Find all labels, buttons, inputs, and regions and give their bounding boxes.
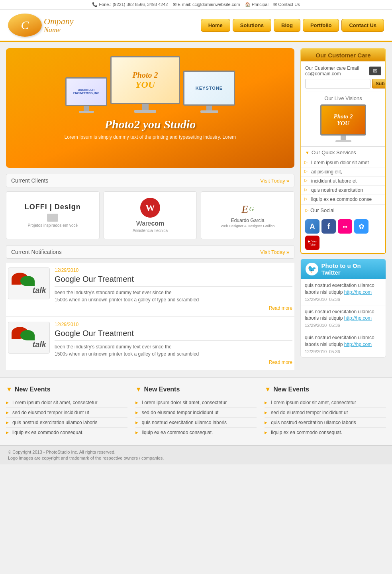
footer-chevron-3: ▼ (265, 386, 271, 393)
tweet-text-1: quis nostrud exercitation ullamco labori… (305, 282, 382, 296)
tweet-link-1[interactable]: http://hp.com (344, 289, 372, 295)
tweet-link-2[interactable]: http://hp.com (344, 315, 372, 321)
social-chevron: ▷ (305, 208, 308, 213)
quick-services-header[interactable]: ▼ Our Quick Services (301, 146, 385, 158)
quick-services-list: ▷ Lorem ipsum dolor sit amet ▷ adipisici… (301, 158, 385, 204)
service-item-5: ▷ liquip ex ea commodo conse (301, 195, 385, 204)
nav-solutions[interactable]: Solutions (233, 19, 271, 32)
notif-read-more-2[interactable]: Read more (269, 360, 292, 365)
notif-date-2: 12/29/2010 (55, 322, 292, 327)
notif-text-1: been the industry's standard dummy text … (55, 289, 292, 303)
email-text: E-mail: cc@domainwebsite.com (178, 2, 240, 7)
nav-portfolio[interactable]: Portfolio (303, 19, 339, 32)
notif-date-1: 12/29/2010 (55, 267, 292, 273)
logo-oval: C (8, 14, 42, 37)
monitor-center-logo: Photo 2YOU (133, 71, 158, 90)
logo: C Ompany Name (8, 14, 96, 37)
subscribe-input[interactable] (305, 79, 370, 88)
tweet-date-3: 12/29/2010 05:36 (305, 349, 382, 354)
logo-icon-text: C (21, 19, 29, 31)
divider (305, 92, 381, 92)
clients-title: Current Clients (11, 177, 48, 184)
footer-list-item: ▶Lorem ipsum dolor sit amet, consectetur (135, 398, 257, 408)
clients-visit-label: Visit Today (260, 178, 285, 184)
tweet-1: quis nostrud exercitation ullamco labori… (301, 279, 386, 305)
facebook-icon[interactable]: f (321, 219, 336, 234)
notif-title-1: Google Our Treatment (55, 275, 292, 284)
footer-col-1-title: ▼ New Events (6, 386, 127, 393)
tweet-text-3: quis nostrud exercitation ullamco labori… (305, 334, 382, 348)
hero-subtitle: Lorem Ipsum is simply dummy text of the … (14, 134, 286, 140)
logo-line1: Ompany (44, 17, 74, 26)
loffi-logo: LOFFI | Design (25, 203, 81, 211)
warecom-circle: W (140, 198, 160, 218)
hero-title: Photo2 you Studio (14, 118, 286, 131)
footer-chevron-2: ▼ (135, 386, 142, 393)
delicious-icon[interactable]: ✿ (354, 219, 368, 234)
flickr-icon[interactable]: ●● (338, 219, 352, 234)
eg-sub: Web Designer & Designer Gráfico (221, 224, 274, 228)
tweet-date-2: 12/29/2010 05:36 (305, 323, 382, 328)
phone-icon: 📞 (92, 2, 98, 7)
footer-list-item: ▶Lorem ipsum dolor sit amet, consectetur (6, 398, 127, 408)
envelope-icon: ✉ (369, 67, 381, 75)
notif-visit-link[interactable]: Visit Today » (260, 249, 289, 255)
footer-list-2: ▶Lorem ipsum dolor sit amet, consectetur… (135, 398, 257, 437)
client-card-loffi: LOFFI | Design Projetos inspirados em vo… (6, 191, 100, 239)
main-nav: Home Solutions Blog Portfolio Contact Us (96, 19, 384, 32)
footer-columns: ▼ New Events ▶Lorem ipsum dolor sit amet… (0, 377, 392, 445)
service-item-2: ▷ adipisicing elit, (301, 167, 385, 177)
principal-text: Principal (252, 2, 269, 7)
tweet-date-1: 12/29/2010 05:36 (305, 297, 382, 302)
quick-services-title: Our Quick Services (312, 149, 356, 155)
hero-banner: ARCHITECHENGINEERING, INC Photo 2YOU (6, 48, 294, 168)
quick-services-chevron: ▼ (305, 150, 310, 155)
content-area: ARCHITECHENGINEERING, INC Photo 2YOU (6, 48, 294, 371)
notif-item-1: talk 12/29/2010 Google Our Treatment bee… (6, 263, 294, 316)
notif-img-2: talk (8, 322, 50, 354)
clients-visit-link[interactable]: Visit Today » (260, 178, 289, 184)
clients-arrow: » (286, 178, 289, 184)
monitor-left: ARCHITECHENGINEERING, INC (65, 77, 107, 113)
hero-monitors: ARCHITECHENGINEERING, INC Photo 2YOU (14, 56, 286, 113)
customer-care-inner: Our Customer Care Our Customer care Emai… (301, 49, 385, 253)
nav-contact[interactable]: Contact Us (341, 19, 384, 32)
notif-text-2: been the industry's standard dummy text … (55, 343, 292, 358)
notif-sep-1 (55, 286, 292, 287)
app-icon[interactable]: A (305, 219, 319, 234)
youtube-icon[interactable]: ▶ You Tube (305, 236, 319, 250)
notif-read-more-1[interactable]: Read more (269, 305, 292, 311)
footer-chevron-1: ▼ (6, 386, 12, 393)
live-vision-screen: Photo 2YOU (320, 104, 366, 136)
monitor-left-logo: ARCHITECHENGINEERING, INC (73, 88, 99, 95)
nav-blog[interactable]: Blog (274, 19, 300, 32)
loffi-printer (47, 214, 58, 222)
notif-title: Current Notifications (11, 249, 62, 255)
footer-copyright: © Copyright 2013 - PhotoStudio Inc. All … (8, 450, 384, 454)
notif-content-2: 12/29/2010 Google Our Treatment been the… (55, 322, 292, 365)
monitor-right-logo: KEYSTONE (196, 86, 223, 90)
footer-list-3: ▶Lorem ipsum dolor sit amet, consectetur… (265, 398, 386, 437)
footer-col-1: ▼ New Events ▶Lorem ipsum dolor sit amet… (6, 386, 127, 437)
tweet-link-3[interactable]: http://hp.com (344, 342, 372, 347)
notif-content-1: 12/29/2010 Google Our Treatment been the… (55, 267, 292, 311)
footer-col-2: ▼ New Events ▶Lorem ipsum dolor sit amet… (135, 386, 257, 437)
top-bar: 📞 Fone.: (9221) 362 8566, 3493 4242 ✉ E-… (0, 0, 392, 10)
logo-line2: Name (44, 26, 74, 33)
nav-home[interactable]: Home (201, 19, 230, 32)
contact-text: Contact Us (278, 2, 300, 7)
live-vision-display: Photo 2YOU (305, 104, 381, 142)
notif-img-1: talk (8, 267, 50, 299)
customer-care-header: Our Customer Care (301, 49, 385, 61)
care-row: Our Customer care Email cc@domain.com ✉ (305, 65, 381, 77)
tweet-text-2: quis nostrud exercitation ullamco labori… (305, 309, 382, 322)
notif-item-2: talk 12/29/2010 Google Our Treatment bee… (6, 317, 294, 370)
footer-list-item: ▶liquip ex ea commodo consequat. (6, 428, 127, 437)
customer-care-content: Our Customer care Email cc@domain.com ✉ … (301, 61, 385, 146)
care-label: Our Customer care Email (305, 65, 359, 71)
service-item-4: ▷ quis nostrud exercitation (301, 186, 385, 195)
footer-list-item: ▶sed do eiusmod tempor incididunt ut (265, 408, 386, 418)
live-vision-text: Photo 2YOU (334, 113, 353, 127)
header: C Ompany Name Home Solutions Blog Portfo… (0, 10, 392, 42)
subscribe-button[interactable]: Subscribe (372, 79, 385, 88)
